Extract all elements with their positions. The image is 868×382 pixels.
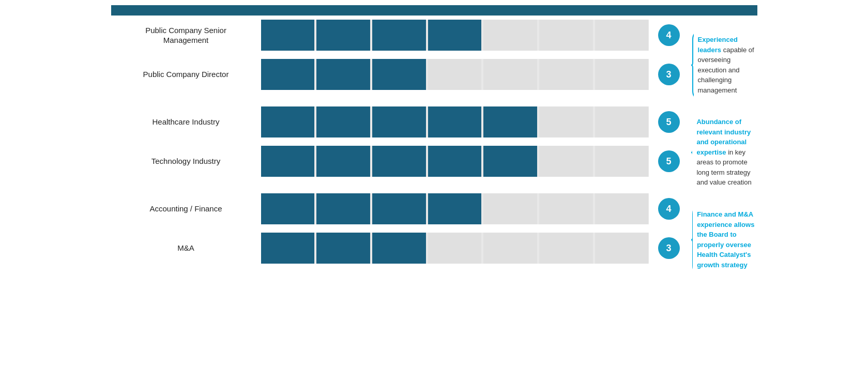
bar-segment-empty <box>595 193 649 224</box>
bar-track-4 <box>261 193 649 224</box>
brace-icon-2 <box>690 116 693 189</box>
count-circle-5: 3 <box>658 237 680 259</box>
bar-segment-filled <box>483 106 537 137</box>
table-row: Accounting / Finance 4 <box>111 189 680 228</box>
table-row: Public Company SeniorManagement 4 <box>111 16 680 55</box>
bar-segment-empty <box>428 59 482 90</box>
table-header <box>111 5 757 16</box>
count-circle-3: 5 <box>658 150 680 172</box>
row-label-public-company-director: Public Company Director <box>111 69 261 80</box>
bar-segment-empty <box>595 146 649 177</box>
bar-segment-filled <box>316 20 370 51</box>
callout-group-1: Experienced leaders capable of overseein… <box>690 25 757 105</box>
bar-segment-filled <box>372 146 426 177</box>
callout-highlight-3: Finance and M&A experience allows the Bo… <box>697 210 754 269</box>
row-label-technology-industry: Technology Industry <box>111 156 261 166</box>
bar-segment-filled <box>428 146 482 177</box>
bar-segment-filled <box>261 20 315 51</box>
row-label-accounting-finance: Accounting / Finance <box>111 204 261 214</box>
bar-track-1 <box>261 59 649 90</box>
callouts-section: Experienced leaders capable of overseein… <box>680 16 757 280</box>
bar-segment-filled <box>316 146 370 177</box>
chart-container: Public Company SeniorManagement 4 Public… <box>111 0 757 285</box>
bar-segment-empty <box>595 233 649 264</box>
bar-segment-filled <box>372 193 426 224</box>
count-circle-2: 5 <box>658 111 680 133</box>
bar-area-5: 3 <box>261 233 680 264</box>
bar-segment-filled <box>428 20 482 51</box>
bar-segment-filled <box>261 146 315 177</box>
bar-area-0: 4 <box>261 20 680 51</box>
bar-segment-empty <box>539 59 593 90</box>
bar-segment-filled <box>428 106 482 137</box>
bar-segment-filled <box>316 233 370 264</box>
bar-segment-empty <box>595 59 649 90</box>
bar-segment-empty <box>539 233 593 264</box>
table-row: Technology Industry 5 <box>111 142 680 181</box>
bar-segment-filled <box>261 59 315 90</box>
row-label-ma: M&A <box>111 243 261 253</box>
bar-area-3: 5 <box>261 146 680 177</box>
callout-highlight-1: Experienced leaders <box>698 36 738 54</box>
bar-segment-empty <box>483 193 537 224</box>
main-content: Public Company SeniorManagement 4 Public… <box>111 16 757 280</box>
callout-text-3: Finance and M&A experience allows the Bo… <box>697 209 757 270</box>
bar-area-4: 4 <box>261 193 680 224</box>
bar-segment-empty <box>595 106 649 137</box>
bar-area-1: 3 <box>261 59 680 90</box>
table-row: M&A 3 <box>111 228 680 268</box>
bar-track-0 <box>261 20 649 51</box>
bar-segment-filled <box>261 106 315 137</box>
brace-icon-1 <box>690 29 694 101</box>
bar-segment-empty <box>483 20 537 51</box>
bar-segment-empty <box>483 233 537 264</box>
bar-area-2: 5 <box>261 106 680 137</box>
table-row: Public Company Director 3 <box>111 55 680 94</box>
bar-segment-filled <box>261 233 315 264</box>
row-label-healthcare-industry: Healthcare Industry <box>111 117 261 127</box>
bar-segment-filled <box>372 59 426 90</box>
bar-segment-filled <box>372 233 426 264</box>
bar-segment-empty <box>595 20 649 51</box>
bar-segment-filled <box>316 106 370 137</box>
bar-segment-filled <box>372 20 426 51</box>
brace-icon-3 <box>690 204 693 276</box>
callout-highlight-2: Abundance of relevant industry and opera… <box>696 118 751 156</box>
count-circle-0: 4 <box>658 24 680 46</box>
row-label-public-company-senior-management: Public Company SeniorManagement <box>111 25 261 45</box>
table-row: Healthcare Industry 5 <box>111 102 680 142</box>
bar-segment-empty <box>539 106 593 137</box>
bar-segment-filled <box>372 106 426 137</box>
bar-segment-filled <box>483 146 537 177</box>
callout-group-3: Finance and M&A experience allows the Bo… <box>690 200 757 280</box>
bar-track-2 <box>261 106 649 137</box>
bar-segment-filled <box>316 193 370 224</box>
bar-segment-filled <box>316 59 370 90</box>
bar-segment-empty <box>428 233 482 264</box>
callout-text-1: Experienced leaders capable of overseein… <box>698 35 757 95</box>
bar-segment-empty <box>483 59 537 90</box>
rows-section: Public Company SeniorManagement 4 Public… <box>111 16 680 280</box>
bar-track-3 <box>261 146 649 177</box>
bar-segment-empty <box>539 20 593 51</box>
bar-segment-empty <box>539 193 593 224</box>
bar-segment-filled <box>261 193 315 224</box>
bar-segment-filled <box>428 193 482 224</box>
bar-track-5 <box>261 233 649 264</box>
bar-segment-empty <box>539 146 593 177</box>
count-circle-1: 3 <box>658 64 680 85</box>
callout-group-2: Abundance of relevant industry and opera… <box>690 112 757 192</box>
count-circle-4: 4 <box>658 198 680 220</box>
callout-text-2: Abundance of relevant industry and opera… <box>696 117 757 188</box>
